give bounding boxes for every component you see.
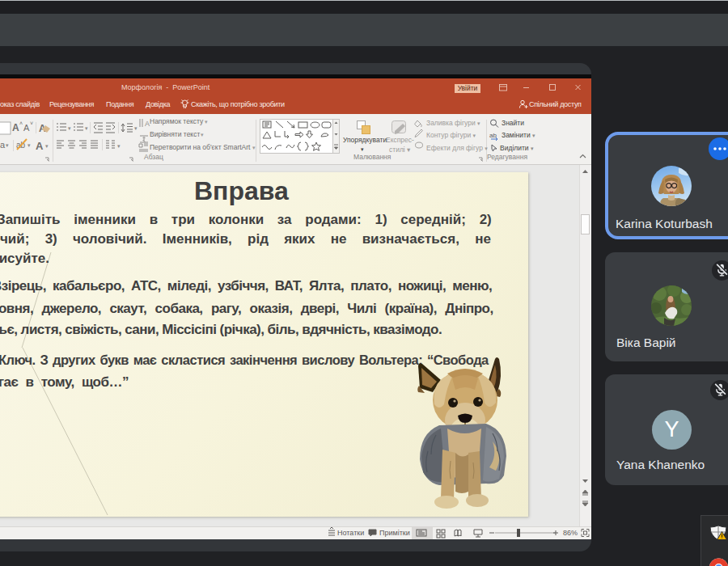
svg-text:▾: ▾ xyxy=(117,143,121,149)
svg-text:▾: ▾ xyxy=(6,142,9,148)
svg-text:А: А xyxy=(12,122,19,133)
svg-text:А: А xyxy=(23,123,30,133)
svg-text:a: a xyxy=(0,140,6,150)
svg-text:▾: ▾ xyxy=(45,143,49,149)
svg-text:▾: ▾ xyxy=(85,125,88,131)
svg-text:▾: ▾ xyxy=(134,125,138,131)
svg-text:▾: ▾ xyxy=(68,125,71,131)
svg-text:▾: ▾ xyxy=(28,142,31,148)
svg-text:A: A xyxy=(36,140,44,152)
svg-text:˅: ˅ xyxy=(30,120,33,126)
svg-text:˄: ˄ xyxy=(19,120,23,126)
